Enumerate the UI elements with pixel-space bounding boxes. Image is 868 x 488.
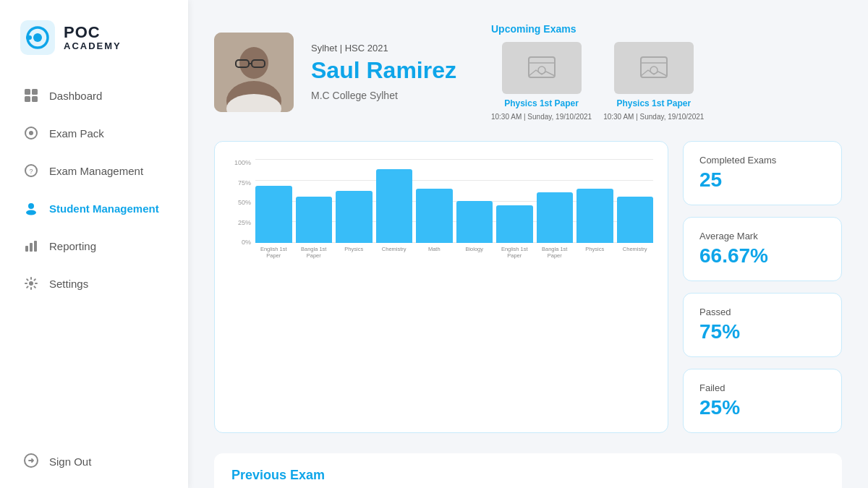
- stat-card-completed-exams: Completed Exams 25: [683, 141, 842, 205]
- student-management-icon: [23, 200, 39, 216]
- sidebar-item-exam-pack[interactable]: Exam Pack: [12, 116, 176, 150]
- stat-label-failed: Failed: [699, 382, 825, 393]
- sidebar-bottom: Sign Out: [0, 435, 188, 488]
- settings-icon: [23, 275, 39, 291]
- logo-icon: [20, 20, 55, 55]
- logo-text: POC ACADEMY: [64, 24, 122, 51]
- stat-value-average-mark: 66.67%: [699, 244, 825, 267]
- sidebar-nav: Dashboard Exam Pack ? Exam Management St…: [0, 78, 188, 435]
- chart-stats-row: 100%75%50%25%0%: [214, 141, 842, 433]
- settings-label: Settings: [49, 278, 88, 290]
- sidebar-item-reporting[interactable]: Reporting: [12, 228, 176, 263]
- dashboard-label: Dashboard: [49, 90, 102, 102]
- svg-text:?: ?: [29, 168, 33, 175]
- profile-section: Sylhet | HSC 2021 Saul Ramirez M.C Colle…: [214, 23, 842, 121]
- upcoming-card-date-0: 10:30 AM | Sunday, 19/10/2021: [491, 113, 592, 121]
- upcoming-thumb-1: [614, 42, 694, 94]
- reporting-icon: [23, 238, 39, 254]
- stat-value-failed: 25%: [699, 396, 825, 419]
- upcoming-thumb-0: [502, 42, 582, 94]
- profile-meta: Sylhet | HSC 2021: [311, 43, 456, 53]
- exam-management-label: Exam Management: [49, 165, 143, 177]
- stat-card-passed: Passed 75%: [683, 293, 842, 357]
- upcoming-exam-card-1[interactable]: Physics 1st Paper 10:30 AM | Sunday, 19/…: [603, 42, 704, 121]
- upcoming-cards: Physics 1st Paper 10:30 AM | Sunday, 19/…: [491, 42, 842, 121]
- exam-management-icon: ?: [23, 163, 39, 179]
- svg-rect-3: [26, 35, 32, 40]
- svg-rect-6: [25, 96, 30, 102]
- upcoming-exam-card-0[interactable]: Physics 1st Paper 10:30 AM | Sunday, 19/…: [491, 42, 592, 121]
- svg-point-2: [33, 33, 42, 42]
- sidebar-item-student-management[interactable]: Student Management: [12, 191, 176, 226]
- upcoming-card-date-1: 10:30 AM | Sunday, 19/10/2021: [603, 113, 704, 121]
- student-management-label: Student Management: [49, 202, 159, 215]
- sidebar: POC ACADEMY Dashboard Exam Pack ? Exam M…: [0, 0, 188, 488]
- logo-academy: ACADEMY: [64, 41, 122, 51]
- stat-value-completed-exams: 25: [699, 168, 825, 192]
- svg-rect-4: [25, 89, 30, 95]
- profile-photo: [214, 33, 294, 112]
- stat-label-completed-exams: Completed Exams: [699, 155, 825, 166]
- signout-icon: [23, 453, 39, 471]
- profile-name: Saul Ramirez: [311, 58, 456, 83]
- svg-point-12: [28, 203, 34, 209]
- main-content: Sylhet | HSC 2021 Saul Ramirez M.C Colle…: [188, 0, 868, 488]
- sidebar-item-dashboard[interactable]: Dashboard: [12, 78, 176, 113]
- logo-area: POC ACADEMY: [0, 0, 188, 78]
- svg-rect-5: [32, 89, 38, 95]
- svg-point-13: [26, 210, 36, 215]
- stat-label-average-mark: Average Mark: [699, 231, 825, 241]
- dashboard-icon: [23, 87, 39, 103]
- chart-area: 100%75%50%25%0%: [229, 156, 653, 272]
- chart-card: 100%75%50%25%0%: [214, 141, 668, 433]
- signout-button[interactable]: Sign Out: [23, 453, 165, 471]
- profile-card: Sylhet | HSC 2021 Saul Ramirez M.C Colle…: [214, 23, 456, 121]
- previous-exam-title: Previous Exam: [231, 468, 825, 483]
- svg-rect-15: [30, 243, 33, 252]
- stat-label-passed: Passed: [699, 307, 825, 317]
- svg-rect-7: [32, 96, 38, 102]
- sidebar-item-settings[interactable]: Settings: [12, 266, 176, 301]
- upcoming-card-title-1: Physics 1st Paper: [616, 98, 691, 108]
- stat-value-passed: 75%: [699, 320, 825, 343]
- profile-info: Sylhet | HSC 2021 Saul Ramirez M.C Colle…: [311, 43, 456, 100]
- svg-rect-14: [25, 246, 28, 252]
- upcoming-section: Upcoming Exams Physics 1st Paper 10:30 A…: [491, 23, 842, 121]
- svg-rect-16: [34, 241, 37, 252]
- upcoming-card-title-0: Physics 1st Paper: [504, 98, 579, 108]
- stat-card-average-mark: Average Mark 66.67%: [683, 217, 842, 281]
- svg-point-17: [29, 281, 33, 286]
- reporting-label: Reporting: [49, 240, 96, 252]
- logo-poc: POC: [64, 24, 122, 41]
- exam-pack-label: Exam Pack: [49, 127, 104, 140]
- stats-col: Completed Exams 25 Average Mark 66.67% P…: [683, 141, 842, 433]
- stat-card-failed: Failed 25%: [683, 369, 842, 433]
- upcoming-exams-title: Upcoming Exams: [491, 23, 842, 35]
- sidebar-item-exam-management[interactable]: ? Exam Management: [12, 153, 176, 188]
- exam-pack-icon: [23, 125, 39, 141]
- svg-point-9: [29, 131, 33, 135]
- signout-label: Sign Out: [49, 455, 91, 468]
- profile-college: M.C College Sylhet: [311, 90, 456, 101]
- previous-exam-section: Previous Exam Exam Id Exam Name Score Ne…: [214, 453, 842, 488]
